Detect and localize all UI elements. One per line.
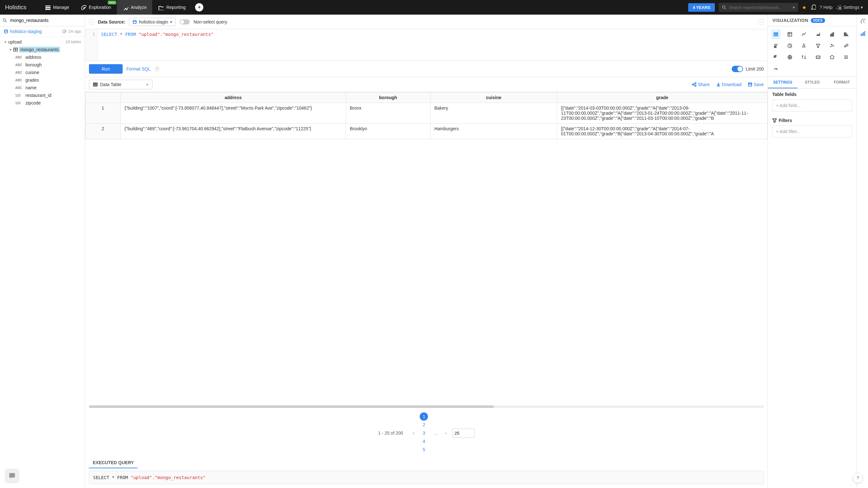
- column-header[interactable]: cuisine: [430, 92, 557, 103]
- viz-hbar-icon[interactable]: [841, 30, 851, 39]
- column-item[interactable]: ABCgrades: [0, 76, 85, 84]
- svg-rect-22: [833, 32, 834, 36]
- page-number[interactable]: 4: [420, 437, 428, 446]
- page-number[interactable]: 1: [420, 413, 428, 421]
- page-number[interactable]: 5: [420, 446, 428, 454]
- run-button[interactable]: Run: [89, 64, 123, 74]
- nav-analyze[interactable]: Analyze: [117, 0, 153, 14]
- add-filter-box[interactable]: + Add filter...: [772, 125, 852, 138]
- share-button[interactable]: Share: [692, 82, 709, 87]
- svg-point-10: [4, 30, 8, 31]
- editor-gutter: 1: [85, 29, 98, 61]
- help-icon[interactable]: ?: [154, 66, 159, 71]
- format-sql-button[interactable]: Format SQL: [126, 66, 151, 71]
- svg-rect-44: [861, 34, 862, 36]
- column-item[interactable]: ABCborough: [0, 61, 85, 69]
- years-badge[interactable]: 4 YEARS: [688, 3, 715, 12]
- table-node[interactable]: ▼ mongo_restaurants: [0, 46, 85, 53]
- results-table[interactable]: addressboroughcuisinegrade 1 {"building"…: [85, 92, 768, 405]
- table-row[interactable]: 2 {"building":"469","coord":[-73.961704,…: [86, 124, 768, 139]
- nav-settings[interactable]: Settings ▾: [836, 4, 863, 10]
- intercom-launcher[interactable]: [5, 469, 19, 483]
- page-next[interactable]: ›: [443, 430, 448, 435]
- viz-scatter-icon[interactable]: [827, 41, 837, 51]
- download-button[interactable]: Download: [716, 82, 742, 87]
- viz-line-icon[interactable]: [799, 30, 809, 39]
- datasource-row[interactable]: holistics-staging 2m ago: [0, 26, 85, 37]
- svg-rect-37: [774, 57, 775, 58]
- schema-node[interactable]: ▼ upload 18 tables: [0, 38, 85, 46]
- tab-format[interactable]: FORMAT: [827, 77, 857, 88]
- viz-sort-icon[interactable]: [799, 53, 809, 62]
- viz-heatmap-icon[interactable]: [771, 53, 781, 62]
- refresh-icon[interactable]: [62, 29, 66, 34]
- docs-badge[interactable]: DOCS: [811, 18, 825, 23]
- history-icon[interactable]: [860, 18, 865, 25]
- collapse-right-button[interactable]: ›: [759, 19, 764, 25]
- table-icon: [93, 82, 97, 87]
- new-button[interactable]: +: [195, 3, 203, 11]
- viz-pivot-icon[interactable]: [785, 30, 795, 39]
- viz-type-select[interactable]: Data Table ▾: [89, 80, 153, 89]
- collapse-sidebar-button[interactable]: ‹: [89, 19, 94, 25]
- global-search[interactable]: ▾: [719, 3, 798, 12]
- viz-combo-icon[interactable]: [771, 41, 781, 51]
- datasource-select[interactable]: holistics-stagin ▾: [129, 18, 176, 26]
- column-header[interactable]: grade: [557, 92, 767, 103]
- nav-manage[interactable]: Manage: [39, 0, 75, 14]
- svg-rect-0: [46, 6, 51, 7]
- viz-bubble-icon[interactable]: [841, 41, 851, 51]
- horizontal-scrollbar[interactable]: [89, 405, 764, 408]
- chart-panel-icon[interactable]: [860, 30, 865, 37]
- star-icon[interactable]: ★: [802, 4, 806, 10]
- editor-code[interactable]: SELECT * FROM "upload"."mongo_restaurant…: [98, 29, 768, 61]
- nav-help[interactable]: ?Help: [820, 5, 833, 10]
- viz-donut-icon[interactable]: [799, 41, 809, 51]
- nav-exploration[interactable]: Exploration Beta: [75, 0, 117, 14]
- bell-icon[interactable]: [810, 4, 816, 11]
- filter-icon: [772, 118, 777, 123]
- column-name: borough: [25, 62, 42, 67]
- chevron-down-icon: ▾: [146, 82, 148, 87]
- column-header[interactable]: address: [120, 92, 346, 103]
- viz-list-icon[interactable]: [841, 53, 851, 62]
- viz-table-icon[interactable]: [771, 30, 781, 39]
- help-fab[interactable]: ?: [853, 473, 863, 483]
- global-search-input[interactable]: [729, 5, 790, 10]
- svg-rect-23: [844, 33, 846, 33]
- add-field-box[interactable]: + Add field...: [772, 99, 852, 112]
- table-row[interactable]: 1 {"building":"1007","coord":[-73.856077…: [86, 103, 768, 124]
- page-size-input[interactable]: [453, 429, 475, 438]
- viz-map-icon[interactable]: [785, 53, 795, 62]
- brand-logo[interactable]: Holistics: [5, 4, 26, 11]
- viz-radar-icon[interactable]: [827, 53, 837, 62]
- column-header[interactable]: borough: [346, 92, 430, 103]
- schema-search-input[interactable]: [9, 17, 82, 24]
- tab-styles[interactable]: STYLES: [798, 77, 827, 88]
- limit-toggle[interactable]: [732, 66, 743, 72]
- column-item[interactable]: ABCname: [0, 84, 85, 92]
- filters-header: Filters: [772, 118, 852, 123]
- viz-bar-icon[interactable]: [827, 30, 837, 39]
- column-item[interactable]: ABCaddress: [0, 53, 85, 61]
- sql-editor[interactable]: 1 SELECT * FROM "upload"."mongo_restaura…: [85, 29, 768, 61]
- column-item[interactable]: 123restaurant_id: [0, 92, 85, 99]
- nonselect-toggle[interactable]: [180, 20, 190, 25]
- viz-gauge-icon[interactable]: [771, 64, 781, 73]
- tab-settings[interactable]: SETTINGS: [768, 77, 798, 88]
- save-button[interactable]: Save: [748, 82, 764, 87]
- executed-query-tab[interactable]: EXECUTED QUERY: [89, 458, 137, 468]
- viz-funnel-icon[interactable]: [813, 41, 823, 51]
- column-item[interactable]: ABCcuisine: [0, 69, 85, 76]
- viz-pie-icon[interactable]: [785, 41, 795, 51]
- column-item[interactable]: 123zipcode: [0, 99, 85, 107]
- page-number[interactable]: 2: [420, 421, 428, 429]
- viz-area-icon[interactable]: [813, 30, 823, 39]
- column-type: 123: [15, 94, 23, 97]
- visualization-panel: VISUALIZATION DOCS 123 SETTINGS: [768, 14, 857, 488]
- page-number[interactable]: 3: [420, 429, 428, 437]
- page-prev[interactable]: ‹: [411, 430, 416, 435]
- nav-reporting[interactable]: Reporting: [152, 0, 191, 14]
- datasource-label: Data Source:: [98, 20, 125, 25]
- viz-kpi-icon[interactable]: 123: [813, 53, 823, 62]
